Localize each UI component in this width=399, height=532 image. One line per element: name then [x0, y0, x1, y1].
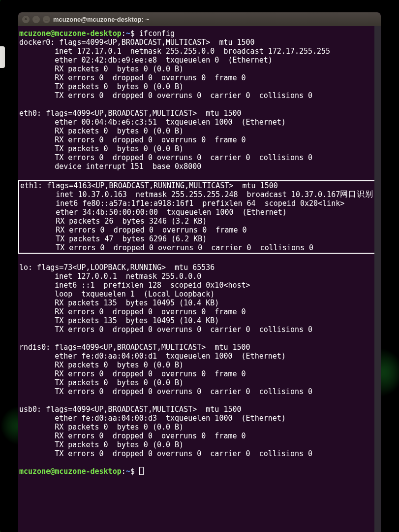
- close-icon[interactable]: ×: [22, 16, 30, 23]
- titlebar[interactable]: × – □ mcuzone@mcuzone-desktop: ~: [18, 12, 381, 26]
- iface-eth1-highlight: eth1: flags=4163<UP,BROADCAST,RUNNING,MU…: [18, 180, 376, 254]
- prompt-line-2: mcuzone@mcuzone-desktop:~$: [19, 467, 380, 476]
- minimize-icon[interactable]: –: [32, 16, 40, 23]
- terminal-window: × – □ mcuzone@mcuzone-desktop: ~ mcuzone…: [18, 12, 381, 532]
- terminal-content[interactable]: mcuzone@mcuzone-desktop:~$ ifconfig dock…: [18, 26, 381, 532]
- maximize-icon[interactable]: □: [43, 16, 50, 23]
- launcher-tab[interactable]: [0, 46, 5, 68]
- prompt-line: mcuzone@mcuzone-desktop:~$ ifconfig: [19, 29, 380, 38]
- iface-eth0: eth0: flags=4099<UP,BROADCAST,MULTICAST>…: [19, 109, 380, 171]
- annotation-label: 网口识别: [340, 190, 373, 199]
- window-title: mcuzone@mcuzone-desktop: ~: [53, 16, 149, 23]
- iface-lo: lo: flags=73<UP,LOOPBACK,RUNNING> mtu 65…: [19, 263, 380, 334]
- iface-docker0: docker0: flags=4099<UP,BROADCAST,MULTICA…: [19, 38, 380, 100]
- command-text: ifconfig: [139, 29, 175, 38]
- cursor-icon: [139, 467, 144, 475]
- scrollbar[interactable]: [374, 26, 381, 532]
- iface-rndis0: rndis0: flags=4099<UP,BROADCAST,MULTICAS…: [19, 343, 380, 396]
- iface-usb0: usb0: flags=4099<UP,BROADCAST,MULTICAST>…: [19, 405, 380, 458]
